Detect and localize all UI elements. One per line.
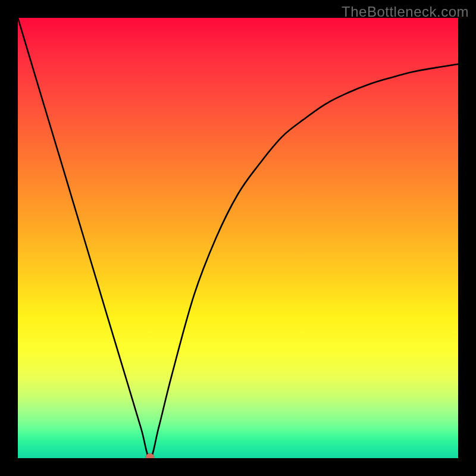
minimum-marker bbox=[146, 453, 154, 458]
plot-area bbox=[18, 18, 458, 458]
watermark-text: TheBottleneck.com bbox=[342, 4, 469, 20]
bottleneck-curve bbox=[18, 18, 458, 458]
curve-path bbox=[18, 18, 458, 458]
chart-frame: TheBottleneck.com bbox=[0, 0, 476, 476]
